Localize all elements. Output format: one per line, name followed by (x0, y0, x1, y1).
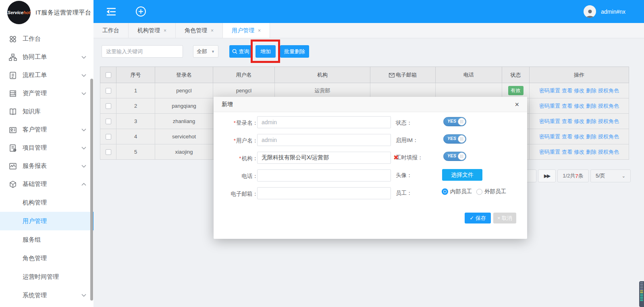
row-checkbox[interactable] (106, 149, 111, 155)
delete-link[interactable]: 删除 (586, 118, 596, 124)
sidebar-item-label: 客户管理 (23, 126, 47, 134)
choose-file-button[interactable]: 选择文件 (442, 169, 482, 181)
grant-role-link[interactable]: 授权角色 (598, 88, 619, 94)
close-icon[interactable]: × (258, 28, 261, 33)
cell-no: 1 (116, 83, 155, 98)
close-icon[interactable]: × (515, 101, 519, 108)
username-label[interactable]: admin#nx (601, 8, 625, 15)
name-input[interactable] (257, 134, 391, 146)
row-checkbox[interactable] (106, 103, 111, 109)
delete-link[interactable]: 删除 (586, 88, 596, 94)
view-link[interactable]: 查看 (562, 118, 572, 124)
sidebar-item-base-mgmt[interactable]: 基础管理 (0, 175, 93, 193)
cell-no: 3 (116, 114, 155, 129)
sidebar-subitem-label: 系统管理 (23, 292, 47, 299)
edit-link[interactable]: 修改 (574, 149, 584, 155)
row-checkbox[interactable] (106, 119, 111, 124)
toggle-knob (458, 152, 465, 160)
view-link[interactable]: 查看 (562, 134, 572, 140)
tab-workbench[interactable]: 工作台 (93, 23, 129, 38)
collapse-menu-icon[interactable] (106, 7, 117, 17)
row-checkbox[interactable] (106, 88, 111, 94)
keyword-search-input[interactable] (102, 45, 183, 58)
sidebar-item-collab-orders[interactable]: 协同工单 (0, 48, 93, 66)
tab-role-mgmt[interactable]: 角色管理 × (176, 23, 223, 38)
org-label: *机构： (223, 155, 258, 162)
edit-link[interactable]: 修改 (574, 103, 584, 109)
close-icon[interactable]: × (164, 28, 166, 33)
sidebar-subitem-role-mgmt[interactable]: 角色管理 (0, 249, 93, 267)
view-link[interactable]: 查看 (562, 149, 572, 155)
timesheet-toggle[interactable]: YES (443, 152, 466, 161)
select-all-checkbox[interactable] (106, 72, 111, 78)
edit-link[interactable]: 修改 (574, 88, 584, 94)
status-toggle[interactable]: YES (443, 117, 466, 126)
tab-user-mgmt[interactable]: 用户管理 × (223, 23, 270, 38)
cell-org: 运营部 (275, 83, 370, 98)
delete-link[interactable]: 删除 (586, 103, 596, 109)
sidebar-item-service-reports[interactable]: 服务报表 (0, 157, 93, 175)
tab-label: 工作台 (102, 27, 119, 34)
cancel-button[interactable]: × 取消 (493, 213, 516, 223)
save-button[interactable]: ✓ 保存 (465, 213, 491, 223)
tab-org-mgmt[interactable]: 机构管理 × (129, 23, 176, 38)
sidebar-item-asset-mgmt[interactable]: 资产管理 (0, 84, 93, 102)
close-icon[interactable]: × (211, 28, 214, 33)
status-label: 状态： (396, 119, 440, 127)
workbench-grid-icon (9, 35, 17, 43)
sidebar-item-workbench[interactable]: 工作台 (0, 30, 93, 48)
chevron-down-icon (81, 74, 86, 77)
internal-employee-radio[interactable] (442, 188, 448, 195)
sidebar-item-project-mgmt[interactable]: 项目管理 (0, 139, 93, 157)
grant-role-link[interactable]: 授权角色 (598, 134, 619, 140)
login-input[interactable] (257, 116, 391, 128)
phone-input[interactable] (257, 169, 391, 182)
reset-password-link[interactable]: 密码重置 (539, 118, 560, 124)
reset-password-link[interactable]: 密码重置 (539, 149, 560, 155)
batch-delete-label: 批量删除 (284, 48, 305, 55)
delete-link[interactable]: 删除 (586, 149, 596, 155)
sidebar-item-knowledge-base[interactable]: 知识库 (0, 102, 93, 121)
row-checkbox[interactable] (106, 134, 111, 140)
query-button[interactable]: 查询 (229, 45, 252, 58)
sidebar-item-process-orders[interactable]: 流程工单 (0, 66, 93, 84)
delete-link[interactable]: 删除 (586, 134, 596, 140)
external-employee-radio[interactable] (476, 189, 482, 195)
sidebar-subitem-system-mgmt[interactable]: 系统管理 (0, 286, 93, 305)
add-button[interactable]: 增加 (256, 45, 276, 58)
edit-link[interactable]: 修改 (574, 134, 584, 140)
sidebar-subitem-label: 用户管理 (23, 217, 47, 225)
edit-link[interactable]: 修改 (574, 118, 584, 124)
chevron-down-icon: ⌄ (622, 173, 625, 179)
last-page-icon: ▶▶ (544, 173, 550, 179)
sidebar-subitem-service-group[interactable]: 服务组 (0, 230, 93, 249)
envelope-icon (389, 73, 395, 77)
add-tab-plus-icon[interactable] (135, 6, 146, 17)
im-toggle[interactable]: YES (443, 134, 466, 144)
grant-role-link[interactable]: 授权角色 (598, 149, 619, 155)
cell-ops: 密码重置查看修改删除授权角色 (530, 144, 629, 160)
reset-password-link[interactable]: 密码重置 (539, 103, 560, 109)
last-page-button[interactable]: ▶▶ (538, 169, 556, 182)
chevron-up-icon (81, 183, 86, 186)
batch-delete-button[interactable]: 批量删除 (280, 45, 309, 58)
app-title: IT服务运营管理平台 (35, 9, 91, 17)
sidebar-subitem-user-mgmt[interactable]: 用户管理 (0, 212, 93, 230)
sidebar-subitem-org-mgmt[interactable]: 机构管理 (0, 193, 93, 212)
filter-select[interactable]: 全部 ▼ (193, 45, 218, 58)
user-avatar[interactable] (584, 5, 596, 18)
page-size-select[interactable]: 5/页 ⌄ (590, 169, 631, 182)
sidebar-scrollbar[interactable] (90, 79, 93, 301)
cell-ops: 密码重置查看修改删除授权角色 (530, 83, 629, 98)
org-input[interactable] (257, 152, 391, 164)
view-link[interactable]: 查看 (562, 88, 572, 94)
reset-password-link[interactable]: 密码重置 (539, 134, 560, 140)
sidebar-item-customer-mgmt[interactable]: 客户管理 (0, 121, 93, 139)
sidebar-subitem-optime-mgmt[interactable]: 运营时间管理 (0, 267, 93, 286)
view-link[interactable]: 查看 (562, 103, 572, 109)
grant-role-link[interactable]: 授权角色 (598, 103, 619, 109)
im-label: 启用IM： (396, 137, 440, 144)
grant-role-link[interactable]: 授权角色 (598, 118, 619, 124)
email-input[interactable] (257, 187, 391, 199)
reset-password-link[interactable]: 密码重置 (539, 88, 560, 94)
